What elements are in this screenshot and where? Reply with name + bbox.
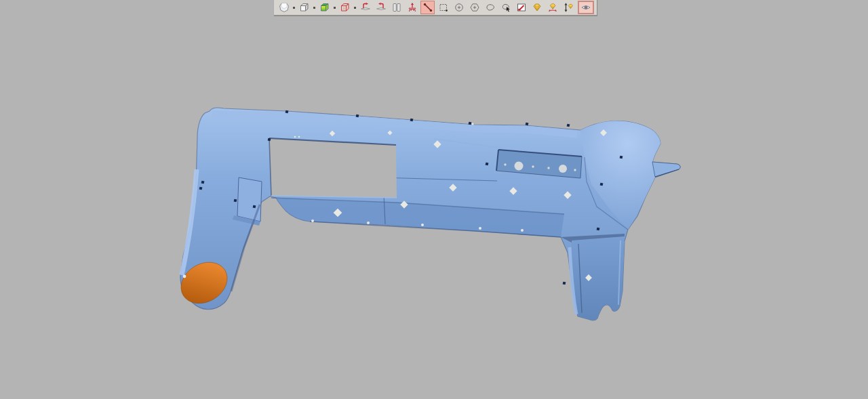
plate-dot <box>504 163 506 165</box>
split-view-button[interactable] <box>389 1 403 14</box>
side-tab-flange <box>652 162 680 177</box>
wireframe-view-button[interactable] <box>297 1 311 14</box>
yellow-gem-arc-icon <box>547 2 558 13</box>
section-plane-left-icon <box>360 2 371 13</box>
select-polygon-button[interactable] <box>467 1 481 14</box>
shaded-view-button[interactable] <box>277 1 291 14</box>
scan-target-dark <box>620 156 623 159</box>
paint-select-button[interactable] <box>514 1 528 14</box>
section-plane-right-icon <box>376 2 387 13</box>
rectangular-cutout <box>269 138 397 198</box>
scan-target-dark <box>199 187 203 190</box>
small-hole <box>298 136 300 138</box>
plate-hole <box>515 162 524 171</box>
scan-target-dark <box>253 205 256 209</box>
lasso-icon <box>485 2 496 13</box>
scanned-part-mesh <box>0 0 868 399</box>
scan-target-dark <box>356 114 359 118</box>
small-hole <box>311 219 314 222</box>
scan-target-dark <box>567 124 570 127</box>
red-wire-cube-icon <box>340 2 351 13</box>
scan-target-dark <box>285 110 289 114</box>
viewport-3d[interactable] <box>0 0 868 399</box>
select-circle-button[interactable] <box>452 1 466 14</box>
scan-target-dark <box>268 138 271 142</box>
circle-plus-icon <box>454 2 465 13</box>
eye-icon <box>580 2 591 13</box>
small-hole <box>471 123 473 125</box>
colored-cube-icon <box>319 2 330 13</box>
lasso-cursor-icon <box>500 2 511 13</box>
scan-target-dark <box>486 163 489 166</box>
small-hole <box>367 222 370 224</box>
dropdown-dot[interactable] <box>292 1 296 14</box>
select-rectangle-button[interactable] <box>436 1 450 14</box>
mesh-align-button[interactable] <box>545 1 559 14</box>
scan-target-dark <box>469 122 472 125</box>
visibility-button[interactable] <box>578 1 594 14</box>
plate-hole <box>559 165 567 173</box>
mesh-object-button[interactable] <box>530 1 544 14</box>
hexagon-plus-icon <box>469 2 480 13</box>
dropdown-dot[interactable] <box>332 1 337 14</box>
scan-target-dark <box>234 199 237 203</box>
plate-dot <box>532 165 534 167</box>
diagonal-line-icon <box>422 2 433 13</box>
section-right-button[interactable] <box>374 1 388 14</box>
select-lasso-pick-button[interactable] <box>498 1 513 14</box>
dropdown-dot[interactable] <box>353 1 357 14</box>
fit-scale-button[interactable] <box>561 1 575 14</box>
small-hole <box>479 227 481 230</box>
small-hole <box>183 275 186 278</box>
plate-dot <box>547 167 549 169</box>
dashed-rectangle-icon <box>438 2 449 13</box>
scan-target-dark <box>597 228 600 231</box>
red-table-arrow-icon <box>407 2 418 13</box>
brush-square-icon <box>516 2 527 13</box>
gray-cube-icon <box>299 2 310 13</box>
deviation-view-button[interactable] <box>317 1 332 14</box>
scan-target-dark <box>201 181 205 184</box>
bounding-box-view-button[interactable] <box>338 1 352 14</box>
scan-target-dark <box>563 282 566 285</box>
scan-target-dark <box>526 123 529 126</box>
small-hole <box>421 224 424 226</box>
small-hole <box>521 229 524 232</box>
yellow-gem-icon <box>532 2 542 13</box>
measure-line-button[interactable] <box>420 1 435 14</box>
toolbar <box>274 0 597 16</box>
section-left-button[interactable] <box>358 1 372 14</box>
datum-align-button[interactable] <box>405 1 419 14</box>
plate-dot <box>574 169 576 171</box>
scan-target-dark <box>410 119 414 122</box>
small-hole <box>294 136 296 138</box>
dropdown-dot[interactable] <box>312 1 317 14</box>
scan-target-dark <box>600 183 604 186</box>
arrows-gem-icon <box>563 2 574 13</box>
split-panels-icon <box>391 2 402 13</box>
shaded-polyhedron-icon <box>279 2 290 13</box>
select-freeform-button[interactable] <box>483 1 497 14</box>
